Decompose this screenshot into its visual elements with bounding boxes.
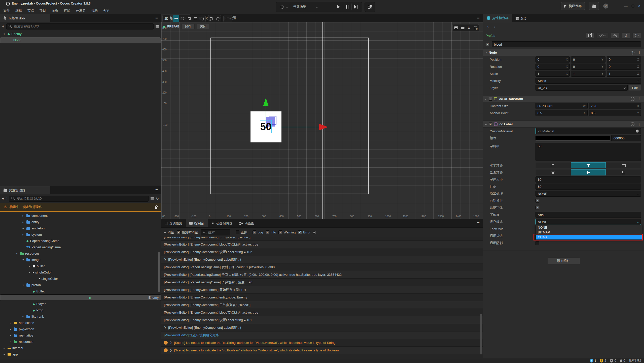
refresh-icon[interactable] xyxy=(156,197,159,201)
assets-search-input[interactable]: 搜索名称或 UUID xyxy=(9,196,149,202)
asset-item-player[interactable]: Player xyxy=(0,301,161,307)
scale-y-field[interactable]: 1Y xyxy=(571,71,605,77)
align-top-button[interactable] xyxy=(535,169,571,175)
chevron-right-icon[interactable]: ▸ xyxy=(21,214,25,217)
chevron-down-icon[interactable]: ▾ xyxy=(21,258,25,261)
scene-menu-button[interactable]: ≡ xyxy=(474,14,483,22)
tab-inspector[interactable]: 属性检查器 xyxy=(483,14,512,22)
align-center-button[interactable] xyxy=(571,162,606,168)
mobility-select[interactable]: Static xyxy=(535,78,641,84)
more-menu-icon[interactable] xyxy=(637,122,641,126)
minimize-button[interactable]: — xyxy=(624,4,628,8)
node-section-header[interactable]: Node ? xyxy=(483,49,644,56)
clear-on-preview-checkbox[interactable]: 预览时清空 xyxy=(177,230,198,235)
tab-animation-editor[interactable]: 动画编辑器 xyxy=(208,219,236,227)
asset-item-resources[interactable]: ▸resources xyxy=(0,339,161,345)
sort-icon[interactable]: ↑↓ xyxy=(6,197,7,200)
expand-icon[interactable]: ❯ xyxy=(164,258,166,261)
resize-handle[interactable] xyxy=(638,158,640,160)
move-tool-button[interactable] xyxy=(173,15,179,22)
log-file-icon[interactable] xyxy=(313,231,315,234)
chevron-down-icon[interactable]: ▾ xyxy=(21,284,25,286)
rotation-x-field[interactable]: 0X xyxy=(535,64,570,70)
console-menu-button[interactable]: ≡ xyxy=(474,219,483,227)
prefab-revert-button[interactable] xyxy=(622,33,630,39)
expand-icon[interactable]: ❯ xyxy=(170,341,172,344)
play-button[interactable] xyxy=(334,4,343,10)
scene-select[interactable]: 当前场景 xyxy=(292,5,330,9)
anchor-y-field[interactable]: 0.5Y xyxy=(589,110,641,116)
menu-item-0[interactable]: 文件 xyxy=(1,8,13,14)
log-row-6[interactable]: [PreviewInEditor] [PaperLoadingGame] 子弹发… xyxy=(161,279,483,286)
log-row-12[interactable]: ❯[PreviewInEditor] [EnemyComponent] Labe… xyxy=(161,324,483,331)
asset-item-app[interactable]: ▸app xyxy=(0,351,161,357)
add-component-button[interactable]: 添加组件 xyxy=(547,257,580,264)
dropdown-option-bitmap[interactable]: BITMAP xyxy=(536,230,642,235)
log-row-8[interactable]: [PreviewInEditor] [EnemyComponent] entit… xyxy=(161,294,483,301)
asset-item-singleton[interactable]: ▸singleton xyxy=(0,225,161,231)
log-row-7[interactable]: [PreviewInEditor] [EnemyComponent] 开始设置血… xyxy=(161,286,483,294)
step-button[interactable] xyxy=(352,4,360,10)
asset-item-bullet[interactable]: ▸bullet xyxy=(0,263,161,269)
asset-item-app-scene[interactable]: ▸app-scene xyxy=(0,320,161,326)
close-button[interactable]: × xyxy=(638,4,640,8)
asset-item-singlecolor[interactable]: singleColor xyxy=(0,276,161,282)
label-section-header[interactable]: cc.Label ? xyxy=(483,120,644,128)
tab-hierarchy[interactable]: 层级管理器 xyxy=(0,14,50,22)
log-row-14[interactable]: !❯[Scene] No needs to indicate the 'cc.S… xyxy=(161,339,483,347)
forward-button[interactable]: › xyxy=(494,24,496,29)
log-row-11[interactable]: [PreviewInEditor] [EnemyComponent] 设置Lab… xyxy=(161,316,483,324)
color-hex-field[interactable]: 000000 xyxy=(611,135,641,141)
menu-item-3[interactable]: 项目 xyxy=(37,8,49,14)
tab-asset-preview[interactable]: 资源预览 xyxy=(161,219,186,227)
asset-item-entity[interactable]: ▸entity xyxy=(0,219,161,225)
log-row-0[interactable]: [PreviewInEditor] [EnemyComponent] 子节点列表… xyxy=(161,237,483,241)
asset-item-image[interactable]: ▾image xyxy=(0,257,161,263)
status-warning-counter[interactable]: ! 2 xyxy=(600,359,606,362)
log-row-10[interactable]: [PreviewInEditor] [EnemyComponent] blood… xyxy=(161,309,483,316)
position-y-field[interactable]: 0Y xyxy=(571,56,605,63)
chevron-down-icon[interactable]: ▾ xyxy=(28,271,31,274)
content-size-w-field[interactable]: 66.738281W xyxy=(535,103,588,109)
tab-console[interactable]: 控制台 xyxy=(186,219,208,227)
prefab-edit-button[interactable] xyxy=(586,33,594,39)
expand-icon[interactable]: ❯ xyxy=(170,349,172,352)
filter-warning-checkbox[interactable]: Warning xyxy=(278,230,296,234)
filter-error-checkbox[interactable]: Error xyxy=(298,230,310,234)
rotate-tool-button[interactable] xyxy=(179,15,186,22)
console-scrollbar[interactable] xyxy=(480,314,482,354)
rotation-y-field[interactable]: 0Y xyxy=(571,64,605,70)
filter-icon[interactable] xyxy=(156,25,159,28)
gizmo-settings-button[interactable] xyxy=(224,15,232,22)
chevron-right-icon[interactable]: ▸ xyxy=(3,353,6,356)
filter-icon[interactable] xyxy=(151,197,154,200)
log-row-2[interactable]: [PreviewInEditor] [EnemyComponent] 设置Lab… xyxy=(161,248,483,256)
help-icon[interactable]: ? xyxy=(631,51,634,54)
cache-mode-select[interactable]: NONE xyxy=(535,219,641,225)
asset-item-like-rank[interactable]: ▸like-rank xyxy=(0,313,161,320)
asset-item-prop[interactable]: Prop xyxy=(0,307,161,313)
asset-item-pkg-export[interactable]: ▸pkg-export xyxy=(0,326,161,332)
preview-platform-button[interactable] xyxy=(278,4,286,10)
tab-services[interactable]: 服务 xyxy=(512,14,530,22)
gizmo-x-axis[interactable] xyxy=(266,127,319,127)
font-size-field[interactable]: 60 xyxy=(535,176,641,183)
scale-tool-button[interactable] xyxy=(186,15,192,22)
asset-item-resources[interactable]: ▾resources xyxy=(0,250,161,257)
maximize-button[interactable] xyxy=(632,5,634,7)
align-left-button[interactable] xyxy=(535,162,571,168)
align-bottom-button[interactable] xyxy=(606,169,641,175)
menu-item-6[interactable]: 开发者 xyxy=(73,8,88,14)
chevron-right-icon[interactable]: ▸ xyxy=(21,221,25,223)
toggle-2d-button[interactable]: 2D xyxy=(163,15,170,22)
pause-button[interactable] xyxy=(343,4,351,10)
log-row-1[interactable]: [PreviewInEditor] [EnemyComponent] blood… xyxy=(161,241,483,248)
help-icon[interactable]: ? xyxy=(631,122,634,126)
asset-item-singlecolor[interactable]: ▾singleColor xyxy=(0,269,161,276)
font-family-field[interactable]: Arial xyxy=(535,212,641,218)
prefab-close-button[interactable]: 关闭 xyxy=(197,24,210,29)
dropdown-option-char[interactable]: CHAR xyxy=(536,235,642,239)
regex-checkbox[interactable]: 正则 xyxy=(236,230,247,235)
position-x-field[interactable]: 0X xyxy=(535,56,570,63)
chevron-right-icon[interactable]: ▸ xyxy=(21,315,25,318)
